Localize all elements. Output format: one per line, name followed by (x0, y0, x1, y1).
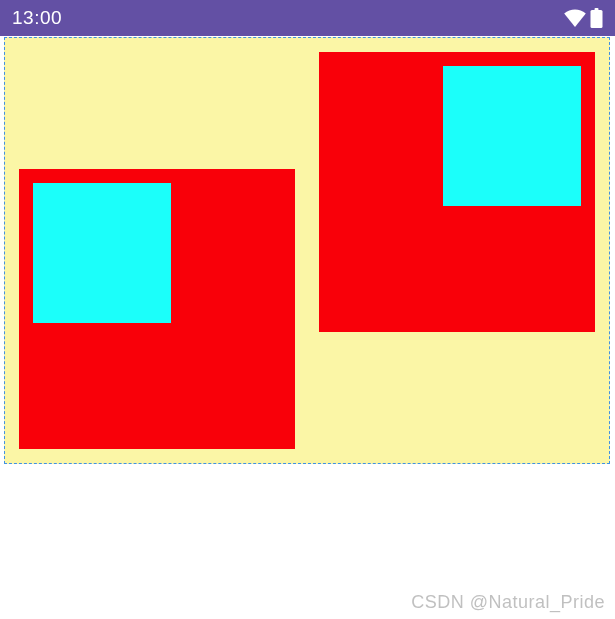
status-icons (564, 8, 603, 28)
svg-rect-1 (595, 8, 599, 11)
watermark: CSDN @Natural_Pride (411, 592, 605, 613)
red-box-a (19, 169, 295, 449)
status-time: 13:00 (12, 7, 62, 29)
cyan-box-a (33, 183, 171, 323)
red-box-b (319, 52, 595, 332)
layout-container (4, 37, 610, 464)
status-bar: 13:00 (0, 0, 615, 36)
wifi-icon (564, 9, 586, 27)
cyan-box-b (443, 66, 581, 206)
svg-rect-0 (591, 10, 603, 28)
battery-icon (590, 8, 603, 28)
